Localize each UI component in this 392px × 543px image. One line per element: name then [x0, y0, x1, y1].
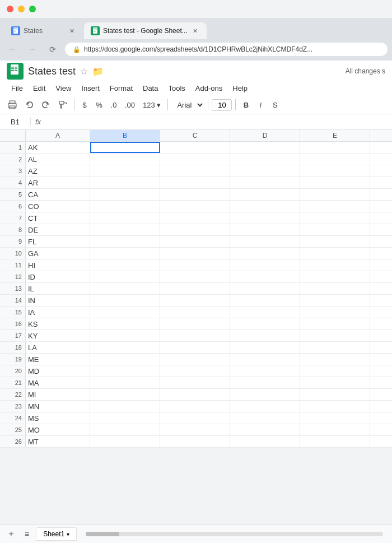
cell-15-A[interactable]: IA — [26, 307, 90, 318]
menu-edit[interactable]: Edit — [29, 82, 50, 95]
cell-10-B[interactable] — [90, 248, 160, 259]
font-size-box[interactable]: 10 — [212, 99, 232, 111]
cell-13-C[interactable] — [160, 283, 230, 294]
undo-button[interactable] — [21, 98, 37, 112]
cell-9-B[interactable] — [90, 236, 160, 247]
cell-19-D[interactable] — [230, 354, 300, 365]
reload-button[interactable]: ⟳ — [45, 41, 60, 57]
cell-5-C[interactable] — [160, 189, 230, 200]
menu-file[interactable]: File — [7, 82, 27, 95]
cell-21-C[interactable] — [160, 377, 230, 388]
col-header-c[interactable]: C — [160, 130, 230, 141]
cell-2-E[interactable] — [300, 154, 370, 165]
cell-21-D[interactable] — [230, 377, 300, 388]
cell-22-E[interactable] — [300, 389, 370, 400]
cell-4-B[interactable] — [90, 177, 160, 188]
cell-7-A[interactable]: CT — [26, 212, 90, 224]
col-header-d[interactable]: D — [230, 130, 300, 141]
decimal-less-button[interactable]: .0 — [107, 99, 120, 112]
folder-icon[interactable]: 📁 — [92, 66, 104, 77]
tab-sheets[interactable]: States test - Google Sheet... ✕ — [84, 22, 207, 39]
cell-7-E[interactable] — [300, 212, 370, 224]
cell-4-A[interactable]: AR — [26, 177, 90, 188]
cell-16-A[interactable]: KS — [26, 318, 90, 329]
cell-12-C[interactable] — [160, 271, 230, 282]
cell-13-D[interactable] — [230, 283, 300, 294]
cell-4-C[interactable] — [160, 177, 230, 188]
cell-3-D[interactable] — [230, 165, 300, 177]
cell-6-D[interactable] — [230, 201, 300, 212]
cell-26-C[interactable] — [160, 436, 230, 447]
menu-addons[interactable]: Add-ons — [191, 82, 227, 95]
cell-13-A[interactable]: IL — [26, 283, 90, 294]
cell-21-A[interactable]: MA — [26, 377, 90, 388]
cell-10-C[interactable] — [160, 248, 230, 259]
cell-14-A[interactable]: IN — [26, 295, 90, 306]
cell-8-B[interactable] — [90, 224, 160, 235]
cell-10-E[interactable] — [300, 248, 370, 259]
cell-5-E[interactable] — [300, 189, 370, 200]
cell-12-A[interactable]: ID — [26, 271, 90, 282]
cell-22-A[interactable]: MI — [26, 389, 90, 400]
decimal-more-button[interactable]: .00 — [122, 99, 138, 112]
cell-26-E[interactable] — [300, 436, 370, 447]
cell-5-A[interactable]: CA — [26, 189, 90, 200]
tab-sheets-close[interactable]: ✕ — [191, 26, 200, 35]
cell-16-E[interactable] — [300, 318, 370, 329]
cell-5-B[interactable] — [90, 189, 160, 200]
menu-data[interactable]: Data — [138, 82, 162, 95]
cell-25-B[interactable] — [90, 424, 160, 435]
cell-23-E[interactable] — [300, 401, 370, 412]
bold-button[interactable]: B — [239, 99, 253, 112]
add-sheet-button[interactable]: + — [4, 527, 18, 541]
cell-12-B[interactable] — [90, 271, 160, 282]
cell-15-D[interactable] — [230, 307, 300, 318]
cell-17-D[interactable] — [230, 330, 300, 341]
menu-view[interactable]: View — [51, 82, 76, 95]
cell-14-B[interactable] — [90, 295, 160, 306]
sheet-tab[interactable]: Sheet1 ▾ — [36, 527, 77, 541]
cell-19-B[interactable] — [90, 354, 160, 365]
cell-20-B[interactable] — [90, 365, 160, 377]
cell-20-D[interactable] — [230, 365, 300, 377]
cell-6-A[interactable]: CO — [26, 201, 90, 212]
cell-19-C[interactable] — [160, 354, 230, 365]
menu-format[interactable]: Format — [105, 82, 137, 95]
cell-21-E[interactable] — [300, 377, 370, 388]
cell-24-B[interactable] — [90, 412, 160, 424]
col-header-b[interactable]: B — [90, 130, 160, 141]
cell-9-C[interactable] — [160, 236, 230, 247]
cell-26-B[interactable] — [90, 436, 160, 447]
cell-14-C[interactable] — [160, 295, 230, 306]
cell-8-E[interactable] — [300, 224, 370, 235]
cell-18-D[interactable] — [230, 342, 300, 353]
cell-1-A[interactable]: AK — [26, 142, 90, 153]
cell-17-B[interactable] — [90, 330, 160, 341]
cell-2-A[interactable]: AL — [26, 154, 90, 165]
cell-2-C[interactable] — [160, 154, 230, 165]
cell-5-D[interactable] — [230, 189, 300, 200]
strikethrough-button[interactable]: S — [268, 99, 282, 112]
cell-24-E[interactable] — [300, 412, 370, 424]
cell-26-D[interactable] — [230, 436, 300, 447]
format-123-button[interactable]: 123 ▾ — [139, 99, 164, 112]
scrollbar-thumb[interactable] — [86, 532, 119, 536]
cell-2-B[interactable] — [90, 154, 160, 165]
cell-20-E[interactable] — [300, 365, 370, 377]
cell-3-C[interactable] — [160, 165, 230, 177]
menu-insert[interactable]: Insert — [77, 82, 104, 95]
cell-25-A[interactable]: MO — [26, 424, 90, 435]
cell-13-E[interactable] — [300, 283, 370, 294]
cell-19-A[interactable]: ME — [26, 354, 90, 365]
cell-8-D[interactable] — [230, 224, 300, 235]
doc-title[interactable]: States test — [28, 66, 76, 77]
cell-18-B[interactable] — [90, 342, 160, 353]
cell-reference[interactable]: B1 — [0, 118, 31, 126]
cell-11-A[interactable]: HI — [26, 259, 90, 271]
cell-1-C[interactable] — [160, 142, 230, 153]
cell-13-B[interactable] — [90, 283, 160, 294]
cell-19-E[interactable] — [300, 354, 370, 365]
cell-25-D[interactable] — [230, 424, 300, 435]
font-select[interactable]: Arial — [171, 99, 204, 112]
cell-26-A[interactable]: MT — [26, 436, 90, 447]
